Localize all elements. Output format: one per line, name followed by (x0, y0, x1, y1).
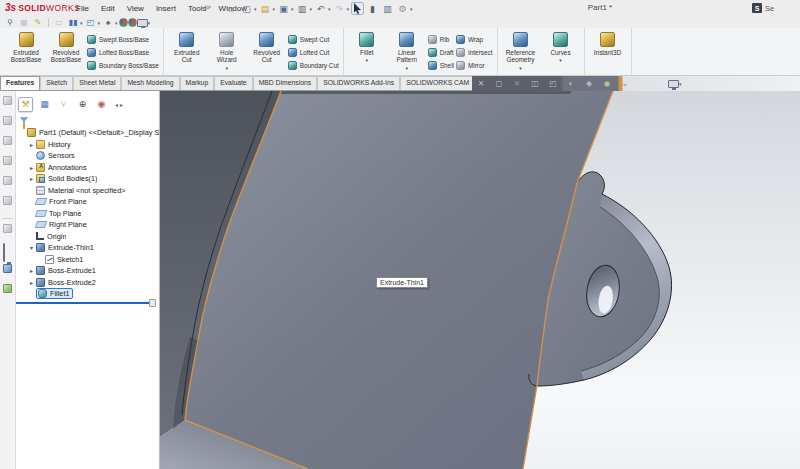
rollback-bar-handle[interactable] (149, 299, 156, 307)
component-books-icon[interactable]: ▮▮ (67, 18, 79, 28)
dropdown-caret-icon[interactable]: ▾ (406, 65, 409, 71)
ribbon-button-hole-wizard[interactable]: Hole Wizard▾ (207, 30, 247, 71)
tab-markup[interactable]: Markup (180, 76, 215, 90)
tab-mbd-dimensions[interactable]: MBD Dimensions (253, 76, 318, 90)
tree-item-front-plane[interactable]: Front Plane (16, 196, 160, 208)
view-cube-icon[interactable] (3, 96, 12, 105)
dropdown-caret-icon[interactable]: ▾ (254, 6, 257, 12)
ribbon-button-swept-boss-base[interactable]: Swept Boss/Base (87, 33, 159, 46)
graphics-viewport[interactable]: Extrude-Thin1 (160, 91, 800, 469)
tree-item-origin[interactable]: Origin (16, 231, 160, 243)
tree-item-fillet1[interactable]: Fillet1 (16, 288, 160, 300)
edit-appearance-icon[interactable]: ◉ (601, 78, 613, 90)
tab-sketch[interactable]: Sketch (40, 76, 73, 90)
filter-funnel-icon[interactable] (20, 117, 28, 123)
dropdown-caret-icon[interactable]: ▾ (410, 6, 413, 12)
dropdown-caret-icon[interactable]: ▾ (148, 20, 151, 26)
view-settings-monitor-icon[interactable] (668, 80, 679, 88)
design-check-icon[interactable]: ⚲ (4, 18, 16, 28)
view-orientation-icon[interactable]: ◰ (547, 78, 559, 90)
ribbon-button-boundary-boss-base[interactable]: Boundary Boss/Base (87, 59, 159, 72)
tab-mesh-modeling[interactable]: Mesh Modeling (121, 76, 179, 90)
dropdown-caret-icon[interactable]: ▾ (519, 65, 522, 71)
ribbon-button-extruded-cut[interactable]: Extruded Cut (167, 30, 207, 64)
layers-blue-icon[interactable] (3, 264, 12, 273)
ribbon-button-reference-geometry[interactable]: Reference Geometry▾ (501, 30, 541, 71)
tree-item-right-plane[interactable]: Right Plane (16, 219, 160, 231)
tree-item-solid-bodies-1[interactable]: ▸Solid Bodies(1) (16, 173, 160, 185)
options-gear-icon[interactable]: ⚙ (396, 2, 409, 15)
view-cube-icon[interactable] (3, 156, 12, 165)
view-cube-icon[interactable] (3, 176, 12, 185)
expand-arrow-icon[interactable]: ▸ (27, 164, 36, 171)
appearance-ball-icon[interactable] (128, 18, 137, 27)
ribbon-button-rib[interactable]: Rib (428, 33, 454, 46)
hide-show-items-icon[interactable]: ◈ (583, 78, 595, 90)
select-cursor-icon[interactable] (351, 2, 364, 15)
apply-scene-icon[interactable]: ◒ (619, 78, 631, 90)
ribbon-button-curves[interactable]: Curves▾ (541, 30, 581, 63)
tree-item-extrude-thin1[interactable]: ▾Extrude-Thin1 (16, 242, 160, 254)
ribbon-button-shell[interactable]: Shell (428, 59, 454, 72)
ribbon-button-fillet[interactable]: Fillet▾ (347, 30, 387, 63)
menu-edit[interactable]: Edit (95, 2, 121, 15)
display-manager-tab[interactable]: ◉ (94, 97, 109, 112)
dropdown-caret-icon[interactable]: ▾ (366, 57, 369, 63)
dimxpert-manager-tab[interactable]: ⊕ (75, 97, 90, 112)
ribbon-button-boundary-cut[interactable]: Boundary Cut (288, 59, 339, 72)
ribbon-button-lofted-cut[interactable]: Lofted Cut (288, 46, 339, 59)
dropdown-caret-icon[interactable]: ▾ (80, 20, 83, 26)
dropdown-caret-icon[interactable]: ▾ (225, 65, 228, 71)
dropdown-caret-icon[interactable]: ▾ (98, 20, 101, 26)
dropdown-caret-icon[interactable]: ▾ (291, 6, 294, 12)
propertymanager-tab[interactable]: ▦ (37, 97, 52, 112)
layers-green-icon[interactable] (3, 284, 12, 293)
save-icon[interactable]: ▣ (277, 2, 290, 15)
ribbon-button-wrap[interactable]: Wrap (456, 33, 493, 46)
tree-item-top-plane[interactable]: Top Plane (16, 208, 160, 220)
open-icon[interactable]: ▤ (259, 2, 272, 15)
ribbon-button-swept-cut[interactable]: Swept Cut (288, 33, 339, 46)
expand-arrow-icon[interactable]: ▸ (27, 141, 36, 148)
tree-item-sketch1[interactable]: Sketch1 (16, 254, 160, 266)
featuremanager-tree-tab[interactable]: ⚒ (18, 97, 33, 112)
assembly-box-icon[interactable]: ◰ (85, 18, 97, 28)
expand-arrow-icon[interactable]: ▸ (27, 279, 36, 286)
menu-file[interactable]: File (70, 2, 95, 15)
render-sphere-icon[interactable] (119, 18, 128, 27)
rollback-bar[interactable] (16, 302, 156, 304)
close-x-icon[interactable]: ✕ (475, 78, 487, 90)
dropdown-caret-icon[interactable]: ▾ (273, 6, 276, 12)
tool-block-icon[interactable]: ▮ (366, 2, 379, 15)
section-view-icon[interactable]: ◫ (529, 78, 541, 90)
print-icon[interactable]: ▥ (296, 2, 309, 15)
ribbon-button-mirror[interactable]: Mirror (456, 59, 493, 72)
tree-item-boss-extrude1[interactable]: ▸Boss-Extrude1 (16, 265, 160, 277)
ribbon-button-extruded-boss-base[interactable]: Extruded Boss/Base (6, 30, 46, 64)
undo-icon[interactable]: ↶ (314, 2, 327, 15)
ribbon-button-instant3d[interactable]: Instant3D (588, 30, 628, 56)
view-cube-icon[interactable] (3, 196, 12, 205)
ribbon-button-linear-pattern[interactable]: Linear Pattern▾ (387, 30, 427, 71)
tab-features[interactable]: Features (0, 76, 40, 90)
view-cube-icon[interactable] (3, 116, 12, 125)
monitor-icon[interactable] (137, 19, 148, 27)
display-monitor-icon[interactable] (3, 243, 5, 262)
tree-item-material-not-specified[interactable]: Material <not specified> (16, 185, 160, 197)
tree-item-part1-default-default-display-sta[interactable]: Part1 (Default) <<Default>_Display Sta (16, 127, 160, 139)
view-cube-icon[interactable] (3, 136, 12, 145)
header-scroll-arrows-icon[interactable]: ◂▸ (115, 101, 125, 108)
ribbon-button-revolved-boss-base[interactable]: Revolved Boss/Base (46, 30, 86, 64)
dropdown-caret-icon[interactable]: ▾ (310, 6, 313, 12)
home-icon[interactable]: ⌂ (225, 2, 238, 15)
ribbon-button-intersect[interactable]: Intersect (456, 46, 493, 59)
display-columns-icon[interactable]: ▥ (381, 2, 394, 15)
tab-sheet-metal[interactable]: Sheet Metal (73, 76, 121, 90)
dropdown-caret-icon[interactable]: ▾ (328, 6, 331, 12)
ribbon-button-revolved-cut[interactable]: Revolved Cut (247, 30, 287, 64)
ribbon-button-draft[interactable]: Draft (428, 46, 454, 59)
display-style-icon[interactable]: ◐ (565, 78, 577, 90)
ribbon-button-lofted-boss-base[interactable]: Lofted Boss/Base (87, 46, 159, 59)
export-doc-icon[interactable] (3, 224, 12, 233)
tree-item-history[interactable]: ▸History (16, 139, 160, 151)
